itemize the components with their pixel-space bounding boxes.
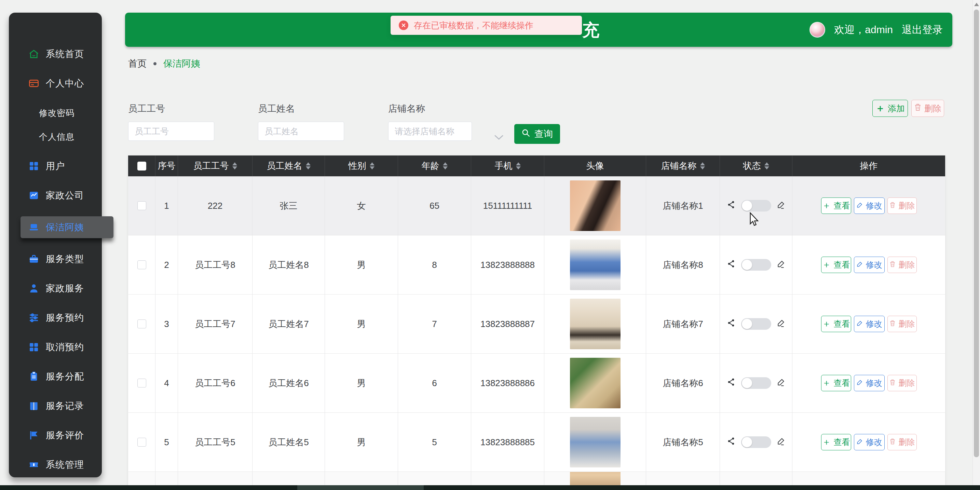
pencil-icon[interactable] (777, 437, 786, 448)
cell-status (720, 176, 792, 235)
status-toggle[interactable] (741, 200, 771, 212)
chevron-down-icon[interactable] (494, 134, 504, 142)
sidebar-item-system-manage[interactable]: 系统管理 (28, 456, 102, 473)
row-delete-icon (889, 378, 896, 388)
row-delete-button[interactable]: 删除 (888, 434, 917, 450)
sidebar-item-profile-center[interactable]: 个人中心 (28, 75, 102, 92)
sidebar-item-housekeeping-company[interactable]: 家政公司 (28, 187, 102, 204)
filter-employee-name: 员工姓名 (258, 102, 344, 141)
sort-caret-icon[interactable] (370, 162, 374, 170)
row-view-button[interactable]: ＋查看 (821, 375, 851, 391)
sort-caret-icon[interactable] (516, 162, 521, 170)
bottom-bar-segment (297, 485, 424, 490)
employee-id-input[interactable] (128, 122, 214, 141)
row-checkbox[interactable] (137, 320, 146, 328)
column-header-label: 员工姓名 (267, 160, 302, 172)
avatar-photo[interactable] (570, 299, 620, 349)
row-edit-button[interactable]: 修改 (854, 375, 885, 391)
avatar-photo[interactable] (570, 240, 620, 290)
avatar-photo[interactable] (570, 472, 620, 486)
employee-name-input[interactable] (258, 122, 344, 141)
sidebar-item-service-type[interactable]: 服务类型 (28, 250, 102, 267)
share-icon[interactable] (727, 259, 736, 270)
cell-shop: 店铺名称1 (646, 176, 720, 235)
sidebar-item-cancel-booking[interactable]: 取消预约 (28, 339, 102, 356)
column-header-name[interactable]: 员工姓名 (253, 156, 325, 176)
sidebar-item-housekeeping-service[interactable]: 家政服务 (28, 280, 102, 297)
logout-button[interactable]: 退出登录 (902, 23, 943, 37)
row-edit-button[interactable]: 修改 (854, 197, 885, 214)
employee-id-label: 员工工号 (128, 102, 214, 115)
avatar-photo[interactable] (570, 358, 620, 408)
sort-caret-icon[interactable] (443, 162, 448, 170)
add-button[interactable]: ＋ 添加 (872, 100, 908, 117)
sidebar-item-change-password[interactable]: 修改密码 (39, 104, 102, 121)
column-header-phone[interactable]: 手机 (471, 156, 544, 176)
share-icon[interactable] (727, 318, 736, 330)
column-header-label: 员工工号 (193, 160, 229, 172)
status-toggle[interactable] (741, 436, 771, 448)
sidebar-item-service-booking[interactable]: 服务预约 (28, 309, 102, 326)
select-all-checkbox[interactable] (137, 162, 146, 170)
scrollbar-thumb[interactable] (974, 10, 979, 457)
row-view-button[interactable]: ＋查看 (821, 434, 851, 450)
column-header-status[interactable]: 状态 (720, 156, 792, 176)
pencil-icon[interactable] (777, 259, 786, 270)
row-checkbox[interactable] (137, 201, 146, 210)
sidebar-item-label: 服务记录 (46, 400, 84, 412)
sidebar-menu: 系统首页个人中心修改密码个人信息用户家政公司保洁阿姨服务类型家政服务服务预约取消… (9, 45, 102, 473)
sort-caret-icon[interactable] (232, 162, 237, 170)
sidebar-item-label: 系统管理 (46, 458, 84, 471)
pencil-icon[interactable] (777, 200, 786, 212)
cell-checkbox (128, 235, 156, 294)
avatar-photo[interactable] (570, 180, 620, 231)
row-checkbox[interactable] (137, 379, 146, 388)
row-view-button[interactable]: ＋查看 (821, 257, 851, 273)
search-button[interactable]: 查询 (514, 124, 560, 144)
sidebar-item-service-reviews[interactable]: 服务评价 (28, 427, 102, 444)
sort-caret-icon[interactable] (700, 162, 705, 170)
cell-shop: 店铺名称6 (646, 354, 720, 412)
share-icon[interactable] (727, 200, 736, 212)
flag-icon (28, 430, 40, 441)
row-edit-button[interactable]: 修改 (854, 316, 885, 332)
sort-caret-icon[interactable] (764, 162, 769, 170)
toggle-knob (742, 319, 752, 329)
scroll-up-arrow-icon[interactable] (974, 3, 979, 6)
row-delete-button[interactable]: 删除 (888, 316, 917, 332)
status-toggle[interactable] (741, 259, 771, 270)
share-icon[interactable] (727, 437, 736, 448)
user-avatar[interactable] (810, 22, 825, 38)
column-header-id[interactable]: 员工工号 (178, 156, 253, 176)
row-delete-button[interactable]: 删除 (888, 197, 917, 214)
row-delete-button[interactable]: 删除 (888, 375, 917, 391)
sidebar-item-service-records[interactable]: 服务记录 (28, 398, 102, 415)
column-header-age[interactable]: 年龄 (398, 156, 471, 176)
sidebar-item-service-assign[interactable]: 服务分配 (28, 368, 102, 385)
sidebar-item-home[interactable]: 系统首页 (28, 45, 102, 62)
status-toggle[interactable] (741, 318, 771, 330)
sidebar-item-personal-info[interactable]: 个人信息 (39, 128, 102, 145)
row-delete-button[interactable]: 删除 (888, 257, 917, 273)
share-icon[interactable] (727, 377, 736, 389)
row-edit-button[interactable]: 修改 (854, 434, 885, 450)
row-view-button[interactable]: ＋查看 (821, 316, 851, 332)
row-checkbox[interactable] (137, 438, 146, 447)
cell-phone: 13823888887 (471, 294, 544, 353)
pencil-icon[interactable] (777, 377, 786, 389)
row-view-button[interactable]: ＋查看 (821, 197, 851, 214)
sidebar-item-users[interactable]: 用户 (28, 158, 102, 175)
row-edit-button[interactable]: 修改 (854, 257, 885, 273)
vertical-scrollbar[interactable] (972, 0, 980, 490)
row-checkbox[interactable] (137, 260, 146, 269)
avatar-photo[interactable] (570, 417, 620, 468)
shop-name-select[interactable] (388, 122, 472, 141)
sort-caret-icon[interactable] (306, 162, 310, 170)
status-toggle[interactable] (741, 377, 771, 389)
pencil-icon[interactable] (777, 318, 786, 330)
column-header-shop[interactable]: 店铺名称 (646, 156, 720, 176)
column-header-gender[interactable]: 性别 (325, 156, 398, 176)
delete-button[interactable]: 删除 (911, 100, 944, 117)
sidebar-item-cleaning-aunt[interactable]: 保洁阿姨 (21, 216, 113, 238)
breadcrumb-home[interactable]: 首页 (128, 57, 146, 70)
